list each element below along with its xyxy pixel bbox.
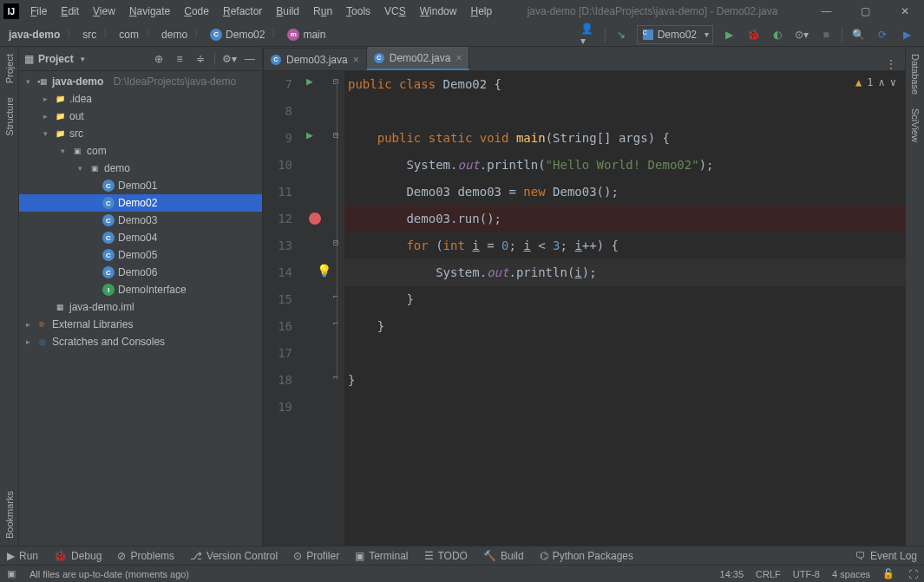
breadcrumb-method[interactable]: mmain (282, 29, 331, 41)
chevron-right-icon[interactable]: ▸ (40, 95, 50, 103)
tree-ext-libs[interactable]: ▸⊪External Libraries (19, 316, 262, 333)
settings-gear-icon[interactable]: ⚙▾ (222, 53, 236, 65)
tree-src[interactable]: ▾ 📁 src (19, 125, 262, 142)
fold-end-icon[interactable]: ⌐ (333, 372, 338, 382)
tab-options-icon[interactable]: ⋮ (877, 58, 905, 70)
fold-end-icon[interactable]: ⌐ (333, 291, 338, 301)
tool-eventlog[interactable]: 🗨Event Log (855, 550, 917, 562)
minimize-button[interactable]: — (807, 0, 846, 23)
menu-navigate[interactable]: Navigate (123, 2, 176, 21)
build-hammer-icon[interactable]: ↘ (613, 26, 630, 43)
stop-button[interactable]: ■ (817, 26, 835, 43)
menu-code[interactable]: Code (178, 2, 215, 21)
debug-button[interactable]: 🐞 (744, 26, 762, 43)
chevron-down-icon[interactable]: ▾ (57, 147, 68, 155)
tree-class-demo04[interactable]: CDemo04 (19, 229, 262, 246)
sync-button[interactable]: ⟳ (874, 26, 891, 43)
tool-profiler[interactable]: ⊙Profiler (293, 550, 339, 562)
tool-tab-database[interactable]: Database (908, 47, 923, 101)
tool-vcs[interactable]: ⎇Version Control (190, 550, 278, 562)
menu-help[interactable]: Help (464, 2, 498, 21)
run-gutter-icon[interactable]: ▶ (306, 75, 313, 88)
fold-end-icon[interactable]: ⌐ (333, 318, 338, 328)
ide-status-icon[interactable]: ⛶ (907, 568, 919, 580)
select-opened-file-icon[interactable]: ⊕ (152, 53, 166, 65)
menu-refactor[interactable]: Refactor (217, 2, 268, 21)
tool-tab-project[interactable]: Project (2, 47, 17, 90)
run-config-select[interactable]: C Demo02 (637, 25, 713, 44)
tool-run[interactable]: ▶Run (7, 550, 38, 562)
menu-edit[interactable]: Edit (55, 2, 85, 21)
tree-interface[interactable]: IDemoInterface (19, 281, 262, 298)
tool-tab-sciview[interactable]: SciView (908, 101, 923, 149)
tool-tab-bookmarks[interactable]: Bookmarks (2, 484, 17, 546)
tree-demo[interactable]: ▾ ▣ demo (19, 160, 262, 177)
menu-run[interactable]: Run (307, 2, 338, 21)
breadcrumb-demo[interactable]: demo (156, 29, 193, 41)
tree-class-demo03[interactable]: CDemo03 (19, 212, 262, 229)
close-tab-icon[interactable]: × (455, 52, 462, 64)
tab-demo02[interactable]: C Demo02.java × (366, 46, 470, 70)
tree-idea[interactable]: ▸ 📁 .idea (19, 90, 262, 108)
project-tree[interactable]: ▾ ▪▦ java-demo D:\IdeaProjects\java-demo… (19, 71, 262, 546)
tool-debug[interactable]: 🐞Debug (54, 550, 102, 562)
prev-highlight-icon[interactable]: ∧ (879, 76, 885, 88)
tree-class-demo02[interactable]: CDemo02 (19, 194, 262, 212)
search-everywhere-button[interactable]: 🔍 (849, 26, 867, 43)
close-tab-icon[interactable]: × (353, 54, 359, 66)
breadcrumb-com[interactable]: com (114, 29, 144, 41)
maximize-button[interactable]: ▢ (846, 0, 885, 23)
caret-position[interactable]: 14:35 (720, 569, 744, 579)
menu-vcs[interactable]: VCS (378, 2, 412, 21)
code-content[interactable]: ▲ 1 ∧ ∨ public class Demo02 { public sta… (344, 71, 905, 546)
add-user-icon[interactable]: 👤▾ (580, 26, 598, 43)
indent-setting[interactable]: 4 spaces (832, 569, 870, 579)
chevron-right-icon[interactable]: ▸ (40, 112, 50, 121)
line-number-gutter[interactable]: 789 101112 131415 161718 19 (263, 71, 301, 546)
file-encoding[interactable]: UTF-8 (793, 569, 820, 579)
tool-build[interactable]: 🔨Build (483, 550, 524, 562)
next-highlight-icon[interactable]: ∨ (890, 76, 896, 88)
tree-iml[interactable]: ▦java-demo.iml (19, 298, 262, 316)
chevron-right-icon[interactable]: ▸ (23, 337, 33, 346)
coverage-button[interactable]: ◐ (769, 26, 786, 43)
profile-button[interactable]: ⊙▾ (793, 26, 810, 43)
chevron-right-icon[interactable]: ▸ (23, 320, 33, 329)
readonly-lock-icon[interactable]: 🔓 (882, 568, 895, 580)
tool-problems[interactable]: ⊘Problems (117, 550, 174, 562)
tree-root[interactable]: ▾ ▪▦ java-demo D:\IdeaProjects\java-demo (19, 73, 262, 90)
tab-demo03[interactable]: C Demo03.java × (263, 48, 367, 70)
fold-start-icon[interactable]: ⊟ (333, 130, 338, 140)
expand-all-icon[interactable]: ≡ (173, 53, 187, 65)
breadcrumb-src[interactable]: src (77, 29, 102, 41)
breadcrumb-project[interactable]: java-demo (3, 29, 65, 41)
collapse-all-icon[interactable]: ≑ (193, 53, 207, 65)
menu-view[interactable]: View (87, 2, 121, 21)
intention-bulb-icon[interactable]: 💡 (317, 264, 331, 278)
tree-com[interactable]: ▾ ▣ com (19, 142, 262, 160)
chevron-down-icon[interactable]: ▾ (75, 164, 85, 173)
tree-scratches[interactable]: ▸◎Scratches and Consoles (19, 333, 262, 350)
hide-button[interactable]: — (243, 53, 257, 65)
project-view-select[interactable]: ▦ Project (24, 53, 85, 65)
tool-terminal[interactable]: ▣Terminal (355, 550, 408, 562)
line-separator[interactable]: CRLF (756, 569, 781, 579)
tree-class-demo05[interactable]: CDemo05 (19, 246, 262, 264)
chevron-down-icon[interactable]: ▾ (40, 129, 50, 138)
fold-gutter[interactable]: ⊟ ⊟ ⊟ ⌐ ⌐ ⌐ (331, 71, 344, 546)
breakpoint-icon[interactable] (309, 213, 321, 225)
menu-window[interactable]: Window (414, 2, 463, 21)
tool-python[interactable]: ⌬Python Packages (540, 550, 633, 562)
run-button[interactable]: ▶ (720, 26, 737, 43)
tool-windows-icon[interactable]: ▣ (5, 568, 17, 580)
code-editor[interactable]: 789 101112 131415 161718 19 ▶ ▶ 💡 ⊟ ⊟ ⊟ … (263, 71, 905, 546)
tree-class-demo01[interactable]: CDemo01 (19, 177, 262, 194)
close-button[interactable]: ✕ (885, 0, 924, 23)
menu-file[interactable]: File (24, 2, 53, 21)
ide-scripting-button[interactable]: ▶ (898, 26, 915, 43)
inspection-widget[interactable]: ▲ 1 ∧ ∨ (855, 76, 896, 88)
chevron-down-icon[interactable]: ▾ (23, 77, 33, 86)
breadcrumb-class[interactable]: CDemo02 (205, 29, 270, 41)
gutter-markers[interactable]: ▶ ▶ 💡 (301, 71, 331, 546)
tool-todo[interactable]: ☰TODO (424, 550, 468, 562)
